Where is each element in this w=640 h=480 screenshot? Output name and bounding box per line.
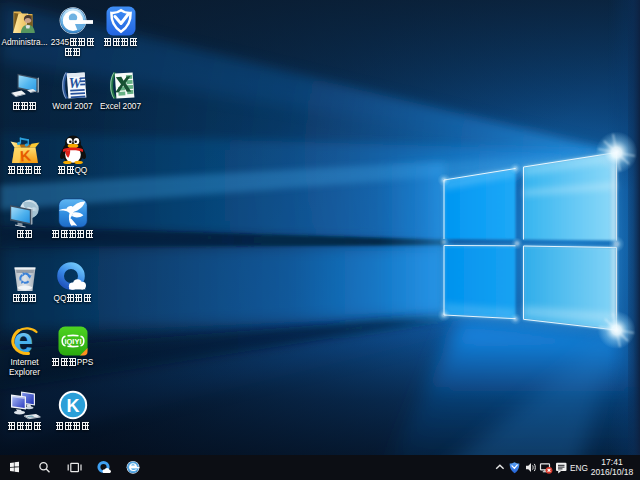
svg-text:K: K [66, 396, 79, 416]
svg-text:iQIYI: iQIYI [64, 337, 81, 346]
svg-text:e: e [13, 326, 33, 356]
svg-text:K: K [19, 147, 31, 164]
